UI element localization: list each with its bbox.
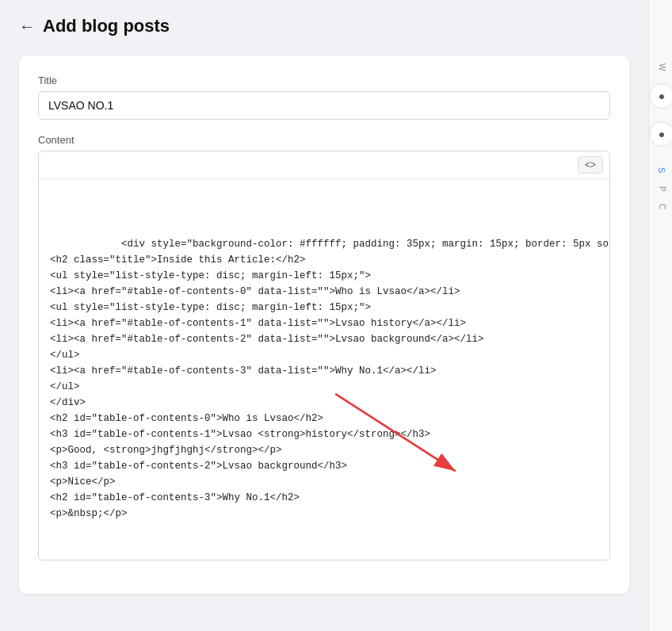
panel-section-p: P bbox=[658, 186, 666, 192]
page-header: ← Add blog posts bbox=[19, 16, 629, 36]
content-group: Content <> <div style="background-color:… bbox=[38, 134, 610, 560]
page-title: Add blog posts bbox=[43, 16, 170, 36]
title-input[interactable] bbox=[38, 91, 610, 120]
annotation-arrow bbox=[308, 385, 483, 488]
content-area: <> <div style="background-color: #ffffff… bbox=[38, 151, 610, 560]
panel-section-w: W bbox=[658, 63, 666, 71]
code-toggle-button[interactable]: <> bbox=[578, 156, 603, 174]
title-label: Title bbox=[38, 75, 610, 86]
content-label: Content bbox=[38, 134, 610, 146]
title-group: Title bbox=[38, 75, 610, 120]
code-editor[interactable]: <div style="background-color: #ffffff; p… bbox=[39, 179, 609, 560]
panel-section-c: C bbox=[658, 204, 666, 209]
panel-circle-1[interactable]: ● bbox=[649, 83, 672, 109]
panel-link-s[interactable]: S bbox=[657, 167, 666, 173]
form-card: Title Content <> <div style="background-… bbox=[19, 55, 629, 594]
panel-circle-2[interactable]: ● bbox=[649, 121, 672, 147]
content-toolbar: <> bbox=[39, 151, 609, 179]
back-button[interactable]: ← bbox=[19, 17, 35, 36]
right-side-panel: W ● ● S P C bbox=[648, 0, 672, 631]
svg-line-1 bbox=[335, 394, 456, 471]
